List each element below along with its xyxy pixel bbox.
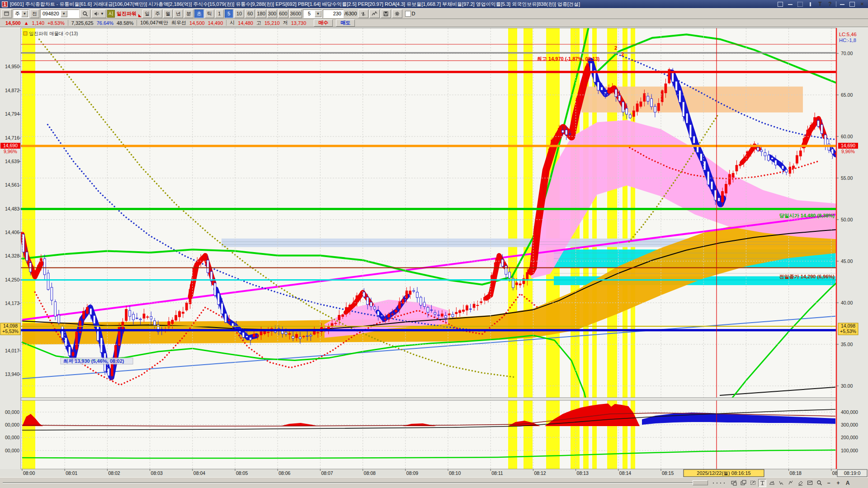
buy-button[interactable]: 매수 [314, 19, 333, 27]
app-icon: 1 [2, 1, 8, 7]
zigzag-tool-icon[interactable] [369, 9, 380, 18]
pin-icon[interactable] [806, 0, 814, 8]
svg-text:08:05: 08:05 [236, 470, 248, 476]
svg-text:13,940: 13,940 [5, 371, 19, 377]
svg-text:14,406: 14,406 [5, 230, 19, 235]
eraser-icon[interactable] [796, 479, 804, 487]
d-checkbox[interactable] [405, 11, 411, 17]
magnifier-icon[interactable] [815, 479, 823, 487]
trade-amount: 106,047백만 [140, 19, 168, 26]
svg-text:45.00: 45.00 [841, 258, 853, 264]
bar-count-input[interactable]: 230 [323, 9, 344, 18]
float-ratio: 48.58% [117, 20, 133, 26]
wave-down-icon[interactable] [777, 479, 785, 487]
window-mode-button[interactable] [1, 9, 12, 18]
svg-text:14,639: 14,639 [5, 159, 19, 164]
crosshair-tool-icon[interactable] [758, 479, 766, 487]
period-second-tab[interactable]: 초 [194, 9, 204, 18]
svg-text:14,794: 14,794 [5, 111, 19, 117]
cascade-windows-icon[interactable] [739, 479, 747, 487]
interval-5-button[interactable]: 5 [225, 9, 233, 18]
minimize-strip-icon[interactable] [786, 0, 794, 8]
svg-text:08:00: 08:00 [23, 470, 35, 476]
svg-text:14,483: 14,483 [5, 206, 19, 211]
copy-window-icon[interactable] [776, 0, 784, 8]
horizontal-scrollbar[interactable] [3, 482, 708, 483]
interval-10-button[interactable]: 10 [234, 9, 244, 18]
window-title: [0601] 주식종합차트 - 유통비율[61.6] 거래대금[106,047(… [10, 1, 774, 8]
title-bar: 1 [0601] 주식종합차트 - 유통비율[61.6] 거래대금[106,04… [0, 0, 868, 8]
help-icon[interactable]: ? [826, 0, 834, 8]
svg-text:전일종가 14,290 (6,96%): 전일종가 14,290 (6,96%) [779, 274, 835, 279]
scrollbar-handle[interactable] [693, 480, 708, 485]
market-flag-badge: 시 [107, 10, 115, 18]
close-icon[interactable]: × [858, 0, 866, 8]
svg-text:40.00: 40.00 [841, 300, 853, 305]
interval-600-button[interactable]: 600 [278, 9, 288, 18]
svg-text:14,690: 14,690 [841, 143, 855, 148]
svg-text:08:01: 08:01 [66, 470, 77, 476]
price-change-pct: +8.53% [47, 20, 65, 26]
svg-text:최저 13,930 (5,46%, 08:02): 최저 13,930 (5,46%, 08:02) [63, 358, 124, 364]
svg-text:08:09: 08:09 [406, 470, 418, 476]
search-icon[interactable] [80, 9, 90, 18]
interval-1-button[interactable]: 1 [215, 9, 224, 18]
period-day-tab[interactable]: 일 [142, 9, 152, 18]
chart-toolbar: 주▼ 전 094820▼ ▼ 시 일진파워 일 주 월 년 분 초 틱 1 5 … [0, 8, 868, 19]
chart-capture-icon[interactable] [806, 479, 814, 487]
period-tick-tab[interactable]: 틱 [205, 9, 214, 18]
restore-icon[interactable] [848, 0, 856, 8]
svg-text:08:12: 08:12 [534, 470, 546, 476]
svg-text:2: 2 [621, 52, 624, 57]
bar-count-total-label: /6300 [344, 11, 357, 16]
svg-text:400,000: 400,000 [841, 409, 858, 415]
svg-text:08:10: 08:10 [449, 470, 461, 476]
svg-text:08:03: 08:03 [151, 470, 163, 476]
svg-text:2: 2 [614, 45, 617, 51]
font-size-icon[interactable]: A [844, 479, 852, 487]
period-month-tab[interactable]: 월 [163, 9, 173, 18]
svg-text:+5,53%: +5,53% [2, 328, 19, 334]
text-tool-icon[interactable]: T [816, 0, 824, 8]
svg-text:08:07: 08:07 [321, 470, 333, 476]
sell-button[interactable]: 매도 [336, 19, 355, 27]
minimize-icon[interactable] [838, 0, 846, 8]
interval-60-button[interactable]: 60 [245, 9, 255, 18]
svg-text:14,561: 14,561 [5, 182, 19, 188]
timeframe-combo[interactable]: 주▼ [13, 9, 29, 18]
compare-icon[interactable] [358, 9, 368, 18]
zoom-out-icon[interactable]: − [825, 479, 833, 487]
zoom-in-icon[interactable]: + [834, 479, 842, 487]
interval-180-button[interactable]: 180 [256, 9, 266, 18]
period-year-tab[interactable]: 년 [174, 9, 183, 18]
svg-text:00,000: 00,000 [5, 409, 19, 415]
period-week-tab[interactable]: 주 [153, 9, 162, 18]
svg-text:14,872: 14,872 [5, 88, 19, 93]
svg-text:08:04: 08:04 [193, 470, 205, 476]
tick-count-combo[interactable]: 5▼ [303, 9, 322, 18]
svg-text:LC:5,46: LC:5,46 [839, 32, 857, 37]
svg-text:당일시가 14,480 (8,38%): 당일시가 14,480 (8,38%) [779, 213, 835, 218]
interval-300-button[interactable]: 300 [267, 9, 277, 18]
peak-trough-icon[interactable] [768, 479, 776, 487]
wave-up-icon[interactable] [787, 479, 795, 487]
svg-text:2025/12/22(월) 08:16:15: 2025/12/22(월) 08:16:15 [697, 470, 750, 476]
interval-3600-button[interactable]: 3600 [289, 9, 302, 18]
popup-window-icon[interactable] [796, 0, 804, 8]
svg-text:14,690: 14,690 [3, 143, 18, 148]
prev-button[interactable]: 전 [30, 9, 39, 18]
svg-text:08:06: 08:06 [278, 470, 290, 476]
tile-windows-icon[interactable] [730, 479, 738, 487]
resize-grip-dots [713, 483, 725, 483]
sound-icon[interactable]: ▼ [91, 9, 106, 18]
period-minute-tab[interactable]: 분 [184, 9, 193, 18]
svg-text:50.00: 50.00 [841, 217, 853, 222]
svg-text:55.00: 55.00 [841, 175, 853, 181]
stock-code-input[interactable]: 094820▼ [40, 9, 79, 18]
high-label: 고 [256, 19, 261, 26]
svg-text:08:14: 08:14 [619, 470, 631, 476]
zoom-area-icon[interactable] [749, 479, 757, 487]
main-chart[interactable]: 14,95014,87214,79414,71614,63914,56114,4… [0, 27, 868, 477]
settings-gear-icon[interactable] [392, 9, 402, 18]
save-icon[interactable] [381, 9, 391, 18]
